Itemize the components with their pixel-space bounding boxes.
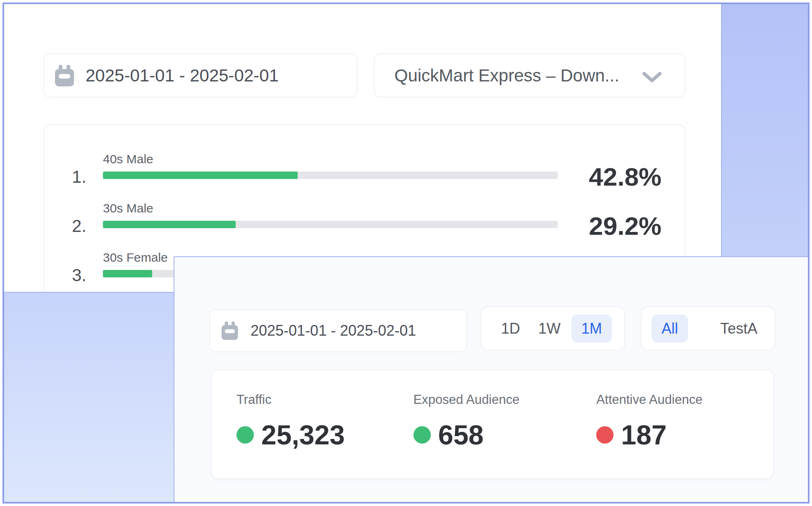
status-dot-red <box>596 426 614 444</box>
bar-fill <box>103 172 298 179</box>
metric-label: Traffic <box>236 392 413 407</box>
metric-value: 187 <box>621 420 666 449</box>
metric-value-row: 25,323 <box>236 420 413 449</box>
ranking-row: 1.40s Male42.8% <box>44 152 685 201</box>
audience-tab-group: AllTestA <box>641 306 776 351</box>
date-range-value: 2025-01-01 - 2025-02-01 <box>251 322 416 339</box>
date-range-picker[interactable]: 2025-01-01 - 2025-02-01 <box>209 309 467 352</box>
bar-percent-value: 29.2% <box>589 211 662 241</box>
metric-value-row: 187 <box>596 420 773 449</box>
ranking-row: 2.30s Male29.2% <box>44 201 685 251</box>
store-dropdown[interactable]: QuickMart Express – Down... <box>374 53 685 98</box>
rank-number: 2. <box>61 217 86 235</box>
metric-exposed-audience: Exposed Audience658 <box>413 392 597 478</box>
date-range-value: 2025-01-01 - 2025-02-01 <box>86 66 279 86</box>
metric-value-row: 658 <box>413 420 597 449</box>
metric-traffic: Traffic25,323 <box>236 392 413 478</box>
bar-track <box>103 172 558 179</box>
metric-value: 25,323 <box>261 420 345 449</box>
rank-number: 1. <box>61 168 86 186</box>
bar-label: 40s Male <box>103 152 153 166</box>
rank-number: 3. <box>61 266 86 284</box>
bar-fill <box>103 221 236 228</box>
calendar-icon <box>222 322 238 340</box>
date-range-picker[interactable]: 2025-01-01 - 2025-02-01 <box>43 53 358 98</box>
tab-audience-testa[interactable]: TestA <box>713 315 765 343</box>
tab-period-1m[interactable]: 1M <box>571 315 612 343</box>
bar-fill <box>103 270 152 277</box>
demographics-panel: 2025-01-01 - 2025-02-01 QuickMart Expres… <box>4 4 722 293</box>
status-dot-green <box>413 426 431 444</box>
bar-label: 30s Male <box>103 201 153 215</box>
bar-track <box>103 221 558 228</box>
bar-percent-value: 42.8% <box>589 162 662 192</box>
screenshot-canvas: 2025-01-01 - 2025-02-01 QuickMart Expres… <box>0 0 812 506</box>
bar-label: 30s Female <box>103 251 168 265</box>
metrics-panel: 2025-01-01 - 2025-02-01 1D1W1M AllTestA … <box>174 256 808 502</box>
metric-value: 658 <box>438 420 484 449</box>
chevron-down-icon <box>641 71 663 83</box>
metric-label: Attentive Audience <box>596 392 773 407</box>
tab-audience-all[interactable]: All <box>652 315 688 343</box>
tab-period-1d[interactable]: 1D <box>494 315 528 343</box>
metric-attentive-audience: Attentive Audience187 <box>596 392 773 478</box>
tab-period-1w[interactable]: 1W <box>531 315 568 343</box>
metrics-summary-card: Traffic25,323Exposed Audience658Attentiv… <box>211 369 774 479</box>
status-dot-green <box>236 426 254 444</box>
period-tab-group: 1D1W1M <box>480 306 625 351</box>
metric-label: Exposed Audience <box>413 392 597 407</box>
calendar-icon <box>55 65 74 86</box>
store-dropdown-value: QuickMart Express – Down... <box>394 66 619 86</box>
